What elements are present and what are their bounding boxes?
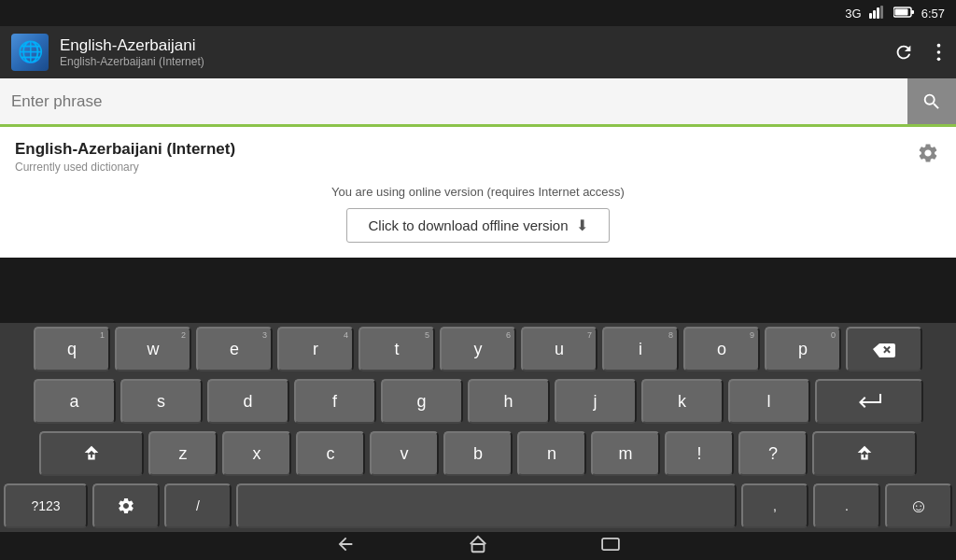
enter-key[interactable] bbox=[815, 379, 923, 424]
backspace-key[interactable] bbox=[846, 327, 922, 371]
battery-icon bbox=[893, 5, 914, 21]
recents-button[interactable] bbox=[600, 537, 621, 556]
key-v[interactable]: v bbox=[370, 431, 439, 476]
svg-rect-6 bbox=[894, 9, 907, 16]
key-s[interactable]: s bbox=[120, 379, 203, 424]
slash-key[interactable]: / bbox=[164, 483, 232, 528]
app-subtitle: English-Azerbaijani (Internet) bbox=[60, 55, 879, 68]
key-question[interactable]: ? bbox=[738, 431, 808, 476]
app-bar: English-Azerbaijani English-Azerbaijani … bbox=[0, 26, 956, 78]
key-n[interactable]: n bbox=[517, 431, 586, 476]
key-q[interactable]: 1q bbox=[34, 327, 110, 371]
keyboard: 1q2w3e4r5t6y7u8i9o0p asdfghjkl zxcvbnm!?… bbox=[0, 323, 956, 532]
key-f[interactable]: f bbox=[294, 379, 376, 424]
key-h[interactable]: h bbox=[468, 379, 550, 424]
network-indicator: 3G bbox=[845, 7, 861, 21]
shift-right-key[interactable] bbox=[812, 431, 917, 476]
dictionary-label: Currently used dictionary bbox=[15, 161, 235, 174]
key-j[interactable]: j bbox=[555, 379, 637, 424]
key-x[interactable]: x bbox=[222, 431, 291, 476]
settings-button[interactable] bbox=[915, 140, 941, 172]
svg-rect-2 bbox=[877, 7, 879, 19]
key-k[interactable]: k bbox=[641, 379, 724, 424]
svg-rect-5 bbox=[911, 10, 914, 14]
key-p[interactable]: 0p bbox=[765, 327, 841, 371]
app-icon bbox=[11, 34, 49, 71]
signal-icon bbox=[869, 6, 886, 21]
download-btn-label: Click to download offline version bbox=[368, 217, 568, 233]
app-bar-actions bbox=[890, 38, 945, 66]
key-m[interactable]: m bbox=[591, 431, 660, 476]
key-g[interactable]: g bbox=[381, 379, 463, 424]
dictionary-info: English-Azerbaijani (Internet) Currently… bbox=[15, 140, 235, 174]
period-key[interactable]: . bbox=[813, 483, 880, 528]
num-toggle-key[interactable]: ?123 bbox=[4, 483, 88, 528]
key-b[interactable]: b bbox=[443, 431, 513, 476]
nav-bar bbox=[0, 532, 956, 560]
key-r[interactable]: 4r bbox=[277, 327, 354, 371]
app-title: English-Azerbaijani bbox=[60, 36, 879, 55]
svg-point-7 bbox=[937, 44, 941, 48]
svg-point-8 bbox=[937, 50, 941, 54]
online-notice: You are using online version (requires I… bbox=[15, 185, 941, 199]
svg-point-9 bbox=[937, 58, 941, 62]
key-exclaim[interactable]: ! bbox=[665, 431, 734, 476]
svg-rect-11 bbox=[602, 538, 619, 549]
clock: 6:57 bbox=[921, 7, 945, 21]
svg-rect-10 bbox=[472, 544, 485, 552]
space-key[interactable] bbox=[236, 483, 737, 528]
key-y[interactable]: 6y bbox=[440, 327, 516, 371]
app-title-block: English-Azerbaijani English-Azerbaijani … bbox=[60, 36, 879, 68]
key-a[interactable]: a bbox=[34, 379, 116, 424]
search-bar bbox=[0, 78, 956, 127]
key-e[interactable]: 3e bbox=[196, 327, 273, 371]
search-button[interactable] bbox=[907, 78, 956, 124]
svg-rect-0 bbox=[869, 13, 872, 19]
key-o[interactable]: 9o bbox=[683, 327, 760, 371]
keyboard-settings-key[interactable] bbox=[92, 483, 160, 528]
key-c[interactable]: c bbox=[296, 431, 365, 476]
key-l[interactable]: l bbox=[728, 379, 810, 424]
emoji-key[interactable]: ☺ bbox=[885, 483, 952, 528]
shift-left-key[interactable] bbox=[39, 431, 144, 476]
key-w[interactable]: 2w bbox=[115, 327, 191, 371]
keyboard-row-1: 1q2w3e4r5t6y7u8i9o0p bbox=[0, 323, 956, 375]
dictionary-row: English-Azerbaijani (Internet) Currently… bbox=[15, 140, 941, 174]
more-options-button[interactable] bbox=[933, 38, 945, 66]
svg-rect-3 bbox=[880, 6, 883, 19]
download-icon: ⬇ bbox=[576, 217, 588, 234]
search-input[interactable] bbox=[11, 78, 907, 124]
home-button[interactable] bbox=[468, 534, 488, 559]
back-button[interactable] bbox=[335, 534, 356, 559]
dictionary-name: English-Azerbaijani (Internet) bbox=[15, 140, 235, 159]
keyboard-row-3: zxcvbnm!? bbox=[0, 427, 956, 480]
refresh-button[interactable] bbox=[890, 38, 918, 66]
download-offline-button[interactable]: Click to download offline version ⬇ bbox=[346, 208, 609, 243]
key-u[interactable]: 7u bbox=[521, 327, 598, 371]
key-i[interactable]: 8i bbox=[602, 327, 679, 371]
main-content: English-Azerbaijani (Internet) Currently… bbox=[0, 127, 956, 258]
key-d[interactable]: d bbox=[207, 379, 289, 424]
status-bar: 3G 6:57 bbox=[0, 0, 956, 26]
keyboard-row-4: ?123/,.☺ bbox=[0, 480, 956, 532]
keyboard-row-2: asdfghjkl bbox=[0, 375, 956, 427]
key-z[interactable]: z bbox=[148, 431, 218, 476]
key-t[interactable]: 5t bbox=[358, 327, 435, 371]
comma-key[interactable]: , bbox=[741, 483, 808, 528]
svg-rect-1 bbox=[873, 10, 876, 19]
